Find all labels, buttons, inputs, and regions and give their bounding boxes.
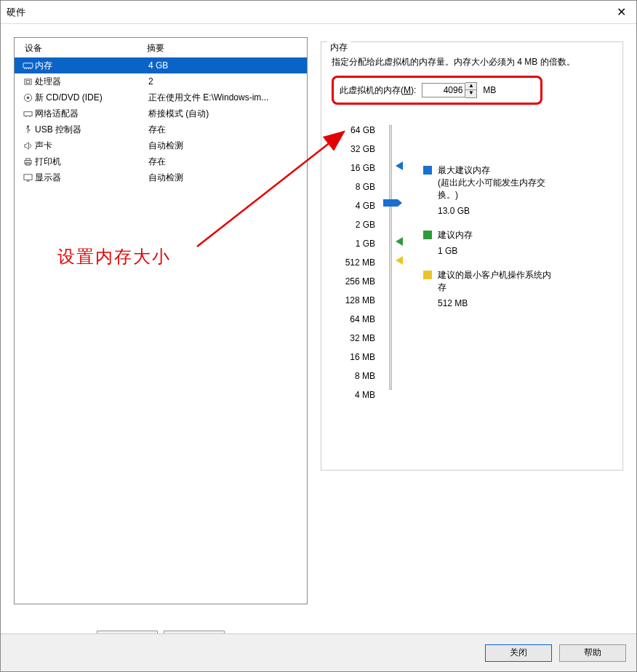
device-name: 网络适配器: [35, 108, 148, 120]
sound-icon: [20, 141, 35, 151]
device-name: 处理器: [35, 76, 148, 88]
tick-label: 64 GB: [332, 121, 380, 140]
device-list-panel: 设备 摘要 内存4 GB处理器2新 CD/DVD (IDE)正在使用文件 E:\…: [14, 37, 308, 604]
tick-label: 4 GB: [332, 196, 380, 215]
device-name: 显示器: [35, 172, 148, 184]
tick-label: 512 MB: [332, 253, 380, 272]
legend-min-value: 512 MB: [438, 298, 554, 308]
memory-legend: 最大建议内存 (超出此大小可能发生内存交换。) 13.0 GB 建议内存 1 G…: [423, 121, 554, 404]
device-list-header: 设备 摘要: [15, 38, 307, 57]
network-icon: [20, 109, 35, 119]
tick-label: 32 MB: [332, 329, 380, 348]
help-button[interactable]: 帮助: [559, 644, 626, 662]
device-summary: 存在: [148, 124, 301, 136]
memory-slider[interactable]: [380, 121, 401, 404]
memory-settings-panel: 内存 指定分配给此虚拟机的内存量。内存大小必须为 4 MB 的倍数。 此虚拟机的…: [321, 37, 623, 620]
device-row[interactable]: 网络适配器桥接模式 (自动): [15, 105, 307, 121]
device-name: 内存: [35, 60, 148, 72]
legend-max-swatch: [423, 166, 432, 175]
memory-slider-area: 64 GB32 GB16 GB8 GB4 GB2 GB1 GB512 MB256…: [332, 121, 612, 404]
display-icon: [20, 173, 35, 183]
svg-rect-0: [23, 63, 33, 68]
hardware-settings-window: 硬件 ✕ 设备 摘要 内存4 GB处理器2新 CD/DVD (IDE)正在使用文…: [0, 0, 637, 672]
svg-rect-5: [24, 79, 31, 84]
legend-max-label: 最大建议内存: [438, 164, 554, 177]
annotation-text: 设置内存大小: [57, 245, 171, 268]
device-summary: 2: [148, 76, 301, 87]
device-summary: 正在使用文件 E:\Windows-im...: [148, 92, 301, 104]
header-device: 设备: [20, 42, 147, 55]
memory-spinner[interactable]: ▲ ▼: [422, 82, 477, 98]
tick-label: 16 GB: [332, 159, 380, 177]
device-row[interactable]: 显示器自动检测: [15, 169, 307, 185]
device-summary: 桥接模式 (自动): [148, 108, 301, 120]
legend-rec-label: 建议内存: [438, 229, 473, 241]
titlebar: 硬件 ✕: [1, 1, 636, 24]
tick-label: 32 GB: [332, 140, 380, 159]
svg-rect-9: [23, 111, 31, 116]
device-summary: 存在: [148, 156, 301, 168]
legend-rec-value: 1 GB: [438, 246, 554, 256]
device-row[interactable]: 声卡自动检测: [15, 137, 307, 153]
memory-fieldset-title: 内存: [327, 41, 350, 54]
device-row[interactable]: USB 控制器存在: [15, 121, 307, 137]
svg-rect-14: [25, 158, 30, 160]
legend-min-swatch: [423, 271, 432, 279]
tick-label: 256 MB: [332, 272, 380, 291]
device-row[interactable]: 打印机存在: [15, 153, 307, 169]
memory-description: 指定分配给此虚拟机的内存量。内存大小必须为 4 MB 的倍数。: [332, 55, 612, 68]
memory-icon: [20, 61, 35, 71]
device-name: 打印机: [35, 156, 148, 168]
legend-min-label: 建议的最小客户机操作系统内存: [438, 269, 554, 294]
cpu-icon: [20, 77, 35, 87]
device-rows: 内存4 GB处理器2新 CD/DVD (IDE)正在使用文件 E:\Window…: [15, 57, 307, 185]
tick-label: 1 GB: [332, 234, 380, 253]
device-name: USB 控制器: [35, 124, 148, 136]
close-icon[interactable]: ✕: [612, 5, 630, 19]
tick-label: 64 MB: [332, 310, 380, 329]
device-summary: 自动检测: [148, 140, 301, 152]
memory-unit: MB: [483, 85, 496, 95]
device-name: 新 CD/DVD (IDE): [35, 92, 148, 104]
close-button[interactable]: 关闭: [485, 644, 552, 662]
tick-label: 4 MB: [332, 385, 380, 404]
min-marker-icon: [396, 256, 403, 265]
max-marker-icon: [396, 161, 403, 170]
device-row[interactable]: 处理器2: [15, 73, 307, 89]
device-row[interactable]: 内存4 GB: [15, 57, 307, 73]
legend-max-note: (超出此大小可能发生内存交换。): [438, 177, 554, 201]
slider-thumb[interactable]: [383, 199, 398, 207]
legend-rec-swatch: [423, 231, 432, 239]
disc-icon: [20, 93, 35, 103]
tick-label: 8 MB: [332, 367, 380, 385]
content-area: 设备 摘要 内存4 GB处理器2新 CD/DVD (IDE)正在使用文件 E:\…: [1, 24, 636, 633]
tick-labels: 64 GB32 GB16 GB8 GB4 GB2 GB1 GB512 MB256…: [332, 121, 380, 404]
svg-point-8: [27, 97, 29, 99]
dialog-footer: 关闭 帮助: [1, 633, 636, 671]
device-row[interactable]: 新 CD/DVD (IDE)正在使用文件 E:\Windows-im...: [15, 89, 307, 105]
svg-point-12: [27, 125, 28, 127]
printer-icon: [20, 157, 35, 167]
memory-field-label: 此虚拟机的内存(M):: [340, 84, 416, 97]
memory-amount-row-highlight: 此虚拟机的内存(M): ▲ ▼ MB: [332, 76, 542, 105]
spinner-down-icon[interactable]: ▼: [465, 90, 476, 97]
device-name: 声卡: [35, 140, 148, 152]
svg-rect-6: [26, 80, 30, 83]
svg-rect-16: [23, 174, 31, 179]
tick-label: 8 GB: [332, 177, 380, 196]
header-summary: 摘要: [147, 42, 301, 55]
spinner-arrows[interactable]: ▲ ▼: [465, 82, 477, 98]
rec-marker-icon: [396, 237, 403, 246]
tick-label: 128 MB: [332, 291, 380, 310]
window-title: 硬件: [7, 6, 25, 19]
device-summary: 自动检测: [148, 172, 301, 184]
tick-label: 2 GB: [332, 215, 380, 234]
device-summary: 4 GB: [148, 60, 301, 71]
usb-icon: [20, 125, 35, 135]
legend-max-value: 13.0 GB: [438, 206, 554, 216]
tick-label: 16 MB: [332, 348, 380, 367]
memory-input[interactable]: [422, 83, 465, 97]
